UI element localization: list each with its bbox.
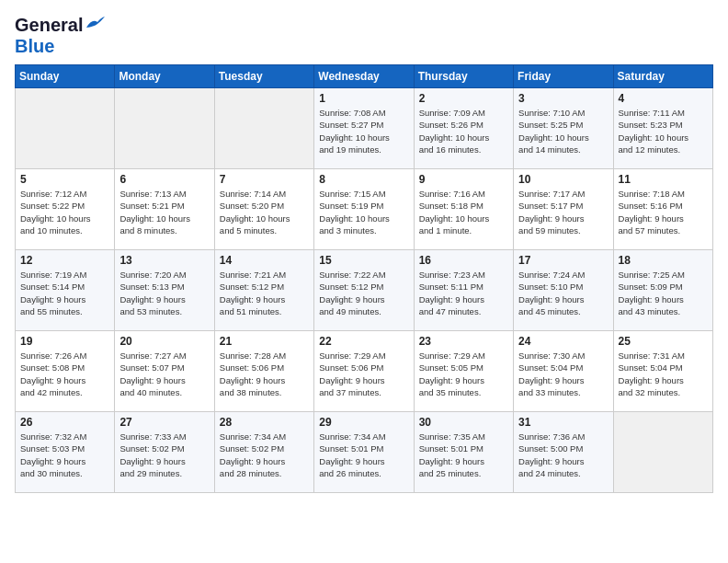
day-info: Sunrise: 7:16 AM Sunset: 5:18 PM Dayligh… [419,188,508,236]
day-number: 11 [619,173,708,186]
page-header: General Blue [15,15,713,57]
calendar-cell: 1Sunrise: 7:08 AM Sunset: 5:27 PM Daylig… [314,88,414,169]
calendar-cell: 6Sunrise: 7:13 AM Sunset: 5:21 PM Daylig… [115,169,214,250]
calendar-week-3: 12Sunrise: 7:19 AM Sunset: 5:14 PM Dayli… [16,250,713,331]
day-info: Sunrise: 7:11 AM Sunset: 5:23 PM Dayligh… [619,107,708,155]
calendar-cell [115,88,214,169]
day-info: Sunrise: 7:17 AM Sunset: 5:17 PM Dayligh… [518,188,608,236]
day-info: Sunrise: 7:27 AM Sunset: 5:07 PM Dayligh… [119,350,209,398]
day-info: Sunrise: 7:34 AM Sunset: 5:02 PM Dayligh… [220,431,309,479]
calendar-week-1: 1Sunrise: 7:08 AM Sunset: 5:27 PM Daylig… [16,88,713,169]
calendar-cell: 27Sunrise: 7:33 AM Sunset: 5:02 PM Dayli… [115,412,214,493]
day-number: 2 [419,92,508,105]
day-number: 6 [119,173,209,186]
calendar-cell: 12Sunrise: 7:19 AM Sunset: 5:14 PM Dayli… [16,250,115,331]
day-number: 25 [619,335,708,348]
day-info: Sunrise: 7:10 AM Sunset: 5:25 PM Dayligh… [518,107,608,155]
day-info: Sunrise: 7:08 AM Sunset: 5:27 PM Dayligh… [319,107,408,155]
calendar-cell: 16Sunrise: 7:23 AM Sunset: 5:11 PM Dayli… [414,250,513,331]
day-info: Sunrise: 7:21 AM Sunset: 5:12 PM Dayligh… [220,269,309,317]
day-info: Sunrise: 7:13 AM Sunset: 5:21 PM Dayligh… [119,188,209,236]
calendar-cell: 29Sunrise: 7:34 AM Sunset: 5:01 PM Dayli… [314,412,414,493]
day-number: 26 [20,416,109,429]
calendar-cell: 17Sunrise: 7:24 AM Sunset: 5:10 PM Dayli… [514,250,613,331]
column-header-saturday: Saturday [613,65,712,88]
day-number: 1 [319,92,408,105]
calendar-cell: 31Sunrise: 7:36 AM Sunset: 5:00 PM Dayli… [514,412,613,493]
day-number: 30 [419,416,508,429]
day-number: 31 [518,416,608,429]
day-number: 28 [220,416,309,429]
day-info: Sunrise: 7:25 AM Sunset: 5:09 PM Dayligh… [619,269,708,317]
day-number: 15 [319,254,408,267]
day-info: Sunrise: 7:20 AM Sunset: 5:13 PM Dayligh… [119,269,209,317]
day-number: 19 [20,335,109,348]
day-number: 16 [419,254,508,267]
day-number: 21 [220,335,309,348]
calendar-cell: 22Sunrise: 7:29 AM Sunset: 5:06 PM Dayli… [314,331,414,412]
calendar-cell: 23Sunrise: 7:29 AM Sunset: 5:05 PM Dayli… [414,331,513,412]
calendar-header-row: SundayMondayTuesdayWednesdayThursdayFrid… [16,65,713,88]
day-info: Sunrise: 7:18 AM Sunset: 5:16 PM Dayligh… [619,188,708,236]
day-number: 14 [220,254,309,267]
day-info: Sunrise: 7:33 AM Sunset: 5:02 PM Dayligh… [119,431,209,479]
calendar-cell: 7Sunrise: 7:14 AM Sunset: 5:20 PM Daylig… [214,169,313,250]
day-info: Sunrise: 7:23 AM Sunset: 5:11 PM Dayligh… [419,269,508,317]
day-number: 23 [419,335,508,348]
calendar-cell [214,88,313,169]
calendar-table: SundayMondayTuesdayWednesdayThursdayFrid… [15,64,713,493]
day-info: Sunrise: 7:19 AM Sunset: 5:14 PM Dayligh… [20,269,109,317]
logo-general: General [15,15,83,35]
day-info: Sunrise: 7:15 AM Sunset: 5:19 PM Dayligh… [319,188,408,236]
column-header-thursday: Thursday [414,65,513,88]
day-number: 27 [119,416,209,429]
calendar-cell: 26Sunrise: 7:32 AM Sunset: 5:03 PM Dayli… [16,412,115,493]
calendar-cell: 8Sunrise: 7:15 AM Sunset: 5:19 PM Daylig… [314,169,414,250]
calendar-cell: 28Sunrise: 7:34 AM Sunset: 5:02 PM Dayli… [214,412,313,493]
day-info: Sunrise: 7:26 AM Sunset: 5:08 PM Dayligh… [20,350,109,398]
day-info: Sunrise: 7:30 AM Sunset: 5:04 PM Dayligh… [518,350,608,398]
day-info: Sunrise: 7:28 AM Sunset: 5:06 PM Dayligh… [220,350,309,398]
day-number: 29 [319,416,408,429]
day-info: Sunrise: 7:22 AM Sunset: 5:12 PM Dayligh… [319,269,408,317]
calendar-cell: 19Sunrise: 7:26 AM Sunset: 5:08 PM Dayli… [16,331,115,412]
column-header-sunday: Sunday [16,65,115,88]
day-info: Sunrise: 7:34 AM Sunset: 5:01 PM Dayligh… [319,431,408,479]
day-number: 22 [319,335,408,348]
column-header-friday: Friday [514,65,613,88]
column-header-monday: Monday [115,65,214,88]
calendar-cell: 4Sunrise: 7:11 AM Sunset: 5:23 PM Daylig… [613,88,712,169]
calendar-cell: 14Sunrise: 7:21 AM Sunset: 5:12 PM Dayli… [214,250,313,331]
calendar-cell: 11Sunrise: 7:18 AM Sunset: 5:16 PM Dayli… [613,169,712,250]
day-info: Sunrise: 7:09 AM Sunset: 5:26 PM Dayligh… [419,107,508,155]
day-number: 10 [518,173,608,186]
day-info: Sunrise: 7:24 AM Sunset: 5:10 PM Dayligh… [518,269,608,317]
day-number: 20 [119,335,209,348]
day-number: 24 [518,335,608,348]
day-info: Sunrise: 7:29 AM Sunset: 5:06 PM Dayligh… [319,350,408,398]
calendar-cell: 18Sunrise: 7:25 AM Sunset: 5:09 PM Dayli… [613,250,712,331]
calendar-cell: 21Sunrise: 7:28 AM Sunset: 5:06 PM Dayli… [214,331,313,412]
day-number: 8 [319,173,408,186]
day-info: Sunrise: 7:31 AM Sunset: 5:04 PM Dayligh… [619,350,708,398]
day-info: Sunrise: 7:12 AM Sunset: 5:22 PM Dayligh… [20,188,109,236]
calendar-cell [613,412,712,493]
calendar-cell: 15Sunrise: 7:22 AM Sunset: 5:12 PM Dayli… [314,250,414,331]
day-number: 5 [20,173,109,186]
day-number: 13 [119,254,209,267]
calendar-week-5: 26Sunrise: 7:32 AM Sunset: 5:03 PM Dayli… [16,412,713,493]
calendar-cell: 3Sunrise: 7:10 AM Sunset: 5:25 PM Daylig… [514,88,613,169]
calendar-cell: 25Sunrise: 7:31 AM Sunset: 5:04 PM Dayli… [613,331,712,412]
calendar-cell: 9Sunrise: 7:16 AM Sunset: 5:18 PM Daylig… [414,169,513,250]
calendar-cell: 5Sunrise: 7:12 AM Sunset: 5:22 PM Daylig… [16,169,115,250]
day-info: Sunrise: 7:29 AM Sunset: 5:05 PM Dayligh… [419,350,508,398]
day-number: 12 [20,254,109,267]
day-number: 7 [220,173,309,186]
calendar-cell: 20Sunrise: 7:27 AM Sunset: 5:07 PM Dayli… [115,331,214,412]
day-info: Sunrise: 7:14 AM Sunset: 5:20 PM Dayligh… [220,188,309,236]
calendar-cell: 2Sunrise: 7:09 AM Sunset: 5:26 PM Daylig… [414,88,513,169]
calendar-cell: 30Sunrise: 7:35 AM Sunset: 5:01 PM Dayli… [414,412,513,493]
calendar-cell: 10Sunrise: 7:17 AM Sunset: 5:17 PM Dayli… [514,169,613,250]
calendar-cell: 13Sunrise: 7:20 AM Sunset: 5:13 PM Dayli… [115,250,214,331]
day-number: 9 [419,173,508,186]
